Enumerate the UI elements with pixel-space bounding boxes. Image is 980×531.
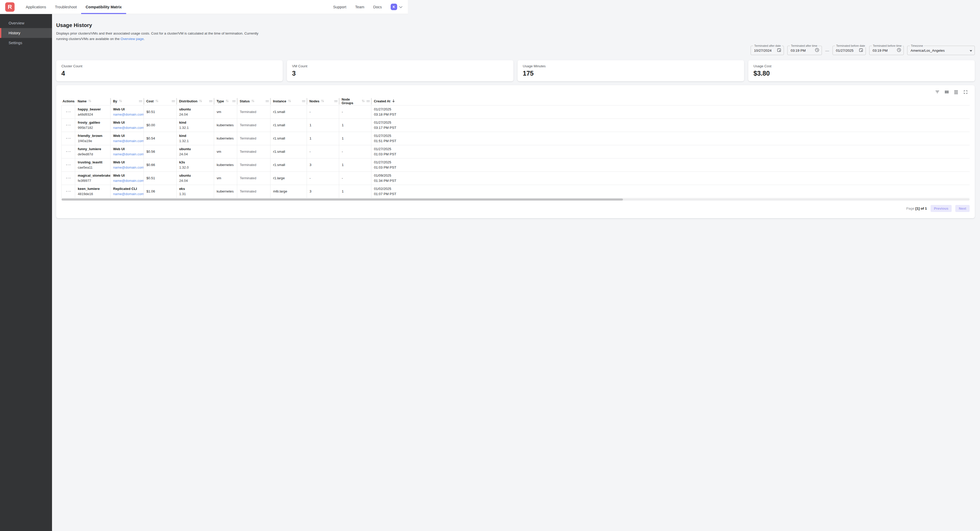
sort-icon[interactable] [361,99,365,104]
top-bar: R Applications Troubleshoot Compatibilit… [0,0,408,14]
row-actions-button[interactable] [64,133,72,144]
column-resize-handle[interactable] [232,100,235,103]
column-header-status[interactable]: Status [237,97,270,105]
node-groups-value: 1 [342,189,344,193]
status-value: Terminated [240,136,256,140]
cell-nodes: 1 [307,119,339,132]
cell-nodes: - [307,171,339,185]
column-header-distribution[interactable]: Distribution [177,97,214,105]
email-link[interactable]: name@domain.com [113,139,144,143]
cell-instance: m6i.large [270,185,307,198]
cell-type: kubernetes [214,158,237,171]
sort-icon[interactable] [155,99,159,104]
sidebar-item-overview[interactable]: Overview [0,18,52,28]
horizontal-scrollbar-thumb[interactable] [62,198,408,201]
column-header-node-groups[interactable]: Node Groups [339,97,371,105]
stat-cards: Cluster Count 4 VM Count 3 Usage Minutes… [56,60,408,81]
nav-item-compatibility-matrix[interactable]: Compatibility Matrix [81,0,126,14]
cell-node-groups: - [339,105,371,119]
row-actions-button[interactable] [64,160,72,170]
column-resize-handle[interactable] [334,100,337,103]
nav-item-support[interactable]: Support [333,5,347,9]
sort-icon[interactable] [321,99,325,104]
email-link[interactable]: name@domain.com [113,179,144,182]
column-resize-handle[interactable] [266,100,269,103]
cell-instance: r1.small [270,145,307,158]
column-resize-handle[interactable] [172,100,175,103]
row-actions-button[interactable] [64,107,72,117]
horizontal-scrollbar-track [61,198,408,201]
column-resize-handle[interactable] [209,100,213,103]
column-label: Instance [273,100,286,103]
email-link[interactable]: name@domain.com [113,165,144,170]
replicated-logo[interactable]: R [5,2,14,12]
page-title: Usage History [56,22,408,28]
node-groups-value: 1 [342,123,344,127]
table-row: frosty_galileo995b7182Web UIname@domain.… [62,119,408,132]
cell-actions [62,132,75,145]
row-actions-button[interactable] [64,120,72,130]
sort-icon[interactable] [119,99,123,104]
column-header-instance[interactable]: Instance [270,97,307,105]
cell-name: magical_stonebrakerfe3f8977 [75,171,111,185]
cell-by: Web UIname@domain.com [111,119,144,132]
cell-status: Terminated [237,158,270,171]
column-resize-handle[interactable] [302,100,305,103]
cell-status: Terminated [237,105,270,119]
instance-value: m6i.large [273,189,287,193]
cell-status: Terminated [237,119,270,132]
row-actions-button[interactable] [64,173,72,184]
sort-icon[interactable] [88,99,92,104]
created-at-value: 01/02/202501:07 PM PST [374,186,408,197]
overview-page-link[interactable]: Overview page [121,37,144,41]
email-link[interactable]: name@domain.com [113,126,144,130]
sidebar: Overview History Settings [0,14,52,221]
avatar[interactable]: K [391,4,397,10]
sort-icon[interactable] [225,99,229,104]
cell-created-at: 01/27/202501:51 PM PST [371,132,408,145]
type-value: kubernetes [216,189,234,193]
created-at-value: 01/27/202503:17 PM PST [374,120,408,130]
column-label: Name [78,100,87,103]
sort-icon[interactable] [288,99,291,104]
column-label: Nodes [310,100,320,103]
nav-item-team[interactable]: Team [355,5,364,9]
email-link[interactable]: name@domain.com [113,113,144,116]
row-actions-button[interactable] [64,146,72,157]
column-header-cost[interactable]: Cost [144,97,177,105]
created-by-source: Web UI [113,133,141,138]
instance-value: r1.small [273,110,285,114]
column-resize-handle[interactable] [366,100,370,103]
chevron-down-icon[interactable] [399,5,402,9]
column-header-nodes[interactable]: Nodes [307,97,339,105]
sort-icon[interactable] [251,99,255,104]
nav-item-docs[interactable]: Docs [373,5,382,9]
cell-nodes: - [307,145,339,158]
cell-distribution: k3s1.32.0 [177,158,214,171]
user-menu[interactable]: K [391,4,402,10]
column-header-by[interactable]: By [111,97,144,105]
cell-by: Web UIname@domain.com [111,158,144,171]
nav-item-troubleshoot[interactable]: Troubleshoot [51,0,81,14]
nav-item-applications[interactable]: Applications [21,0,51,14]
column-header-type[interactable]: Type [214,97,237,105]
column-header-name[interactable]: Name [75,97,111,105]
email-link[interactable]: name@domain.com [113,152,144,156]
sort-icon[interactable] [199,99,203,104]
cell-nodes: - [307,105,339,119]
column-header-created-at[interactable]: Created At [371,97,408,105]
row-actions-button[interactable] [64,186,72,197]
status-value: Terminated [240,189,256,193]
sidebar-item-history[interactable]: History [0,28,52,38]
cell-by: Web UIname@domain.com [111,132,144,145]
sidebar-item-settings[interactable]: Settings [0,38,52,48]
created-at-value: 01/09/202501:34 PM PST [374,173,408,184]
table-row: magical_stonebrakerfe3f8977Web UIname@do… [62,171,408,185]
sort-desc-icon[interactable] [392,99,395,104]
node-groups-value: - [342,150,343,154]
column-resize-handle[interactable] [139,100,142,103]
email-link[interactable]: name@domain.com [113,192,144,196]
pagination: Page [1] of 1 Previous Next [61,205,408,212]
status-value: Terminated [240,123,256,127]
created-by-source: Web UI [113,160,141,165]
